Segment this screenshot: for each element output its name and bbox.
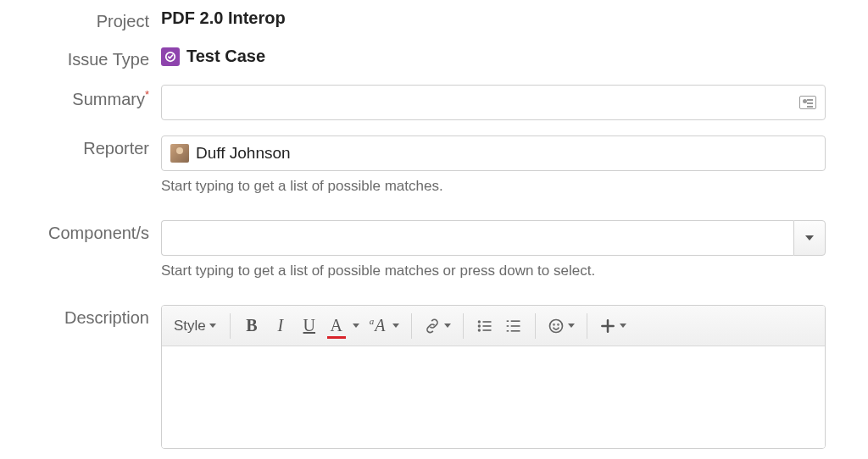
project-row: Project PDF 2.0 Interop (0, 7, 868, 31)
components-field (161, 220, 826, 256)
description-label: Description (0, 303, 161, 328)
underline-icon: U (302, 316, 317, 335)
chevron-down-icon (209, 324, 216, 328)
numbered-list-button[interactable] (499, 312, 528, 340)
reporter-row: Reporter Duff Johnson Start typing to ge… (0, 134, 868, 195)
svg-rect-7 (506, 320, 509, 322)
components-value-container: Start typing to get a list of possible m… (161, 218, 868, 279)
required-marker: * (145, 88, 149, 101)
toolbar-format-group: B I U A aA (237, 306, 404, 346)
bullet-list-icon (476, 318, 493, 335)
description-editor: Style B I U A aA (161, 305, 826, 449)
text-color-icon: A (329, 316, 344, 335)
reporter-name: Duff Johnson (196, 144, 291, 163)
svg-rect-6 (482, 329, 491, 331)
reporter-input[interactable]: Duff Johnson (161, 135, 826, 171)
components-row: Component/s Start typing to get a list o… (0, 218, 868, 279)
components-dropdown-button[interactable] (793, 220, 826, 256)
plus-icon (599, 318, 616, 335)
emoji-button[interactable] (542, 312, 580, 340)
project-value: PDF 2.0 Interop (161, 8, 286, 27)
clear-format-icon: aA (370, 316, 386, 335)
summary-label-container: Summary* (0, 83, 161, 109)
description-value-container: Style B I U A aA (161, 303, 868, 449)
bold-icon: B (244, 316, 259, 335)
toolbar-divider (587, 313, 587, 339)
components-label: Component/s (0, 218, 161, 243)
bold-button[interactable]: B (237, 312, 266, 340)
summary-row: Summary* (0, 83, 868, 120)
summary-input[interactable] (161, 85, 826, 120)
text-color-button[interactable]: A (324, 312, 364, 340)
svg-point-3 (477, 324, 480, 327)
svg-rect-9 (506, 325, 509, 327)
italic-icon: I (273, 316, 288, 335)
chevron-down-icon (444, 324, 451, 328)
project-value-container: PDF 2.0 Interop (161, 7, 868, 28)
bullet-list-button[interactable] (470, 312, 499, 340)
link-button[interactable] (419, 312, 456, 340)
numbered-list-icon (505, 318, 522, 335)
svg-point-1 (477, 320, 480, 323)
components-hint: Start typing to get a list of possible m… (161, 263, 826, 279)
svg-rect-10 (510, 325, 520, 327)
toolbar-link-group (419, 306, 456, 346)
toolbar-divider (535, 313, 536, 339)
italic-button[interactable]: I (266, 312, 295, 340)
style-dropdown[interactable]: Style (167, 312, 223, 340)
toolbar-divider (463, 313, 464, 339)
svg-rect-8 (510, 320, 520, 322)
clear-format-button[interactable]: aA (364, 312, 404, 340)
issue-type-value-container: Test Case (161, 45, 868, 66)
reporter-label: Reporter (0, 134, 161, 158)
toolbar-style-group: Style (167, 306, 223, 346)
summary-value-container (161, 83, 868, 120)
issue-type-name: Test Case (186, 47, 265, 66)
issue-type-value: Test Case (161, 47, 826, 66)
svg-rect-2 (482, 321, 491, 323)
svg-point-13 (549, 319, 562, 332)
project-label: Project (0, 7, 161, 31)
reporter-hint: Start typing to get a list of possible m… (161, 178, 826, 195)
contact-card-icon[interactable] (799, 96, 816, 109)
toolbar-divider (230, 313, 231, 339)
svg-rect-4 (482, 325, 491, 327)
reporter-value-container: Duff Johnson Start typing to get a list … (161, 134, 868, 195)
create-issue-form: Project PDF 2.0 Interop Issue Type Test … (0, 0, 868, 449)
chevron-down-icon (805, 235, 814, 241)
chevron-down-icon (568, 324, 575, 328)
svg-point-14 (554, 324, 554, 324)
summary-label: Summary (72, 90, 145, 108)
underline-button[interactable]: U (295, 312, 324, 340)
toolbar-list-group (470, 306, 528, 346)
issue-type-icon (161, 47, 180, 66)
description-textarea[interactable] (162, 346, 825, 448)
issue-type-row: Issue Type Test Case (0, 45, 868, 69)
toolbar-divider (411, 313, 412, 339)
svg-point-5 (477, 329, 480, 331)
description-row: Description Style B I U (0, 303, 868, 449)
chevron-down-icon (620, 324, 626, 328)
editor-toolbar: Style B I U A aA (162, 306, 825, 346)
svg-rect-12 (510, 330, 520, 332)
link-icon (424, 318, 441, 335)
components-input[interactable] (161, 220, 793, 256)
issue-type-label: Issue Type (0, 45, 161, 69)
avatar (170, 144, 189, 163)
style-label: Style (174, 318, 206, 335)
chevron-down-icon (392, 324, 399, 328)
svg-rect-11 (506, 330, 509, 332)
toolbar-insert-group (594, 306, 632, 346)
chevron-down-icon (353, 324, 359, 328)
smiley-icon (548, 318, 565, 335)
insert-button[interactable] (594, 312, 632, 340)
toolbar-emoji-group (542, 306, 580, 346)
svg-point-15 (558, 324, 559, 324)
